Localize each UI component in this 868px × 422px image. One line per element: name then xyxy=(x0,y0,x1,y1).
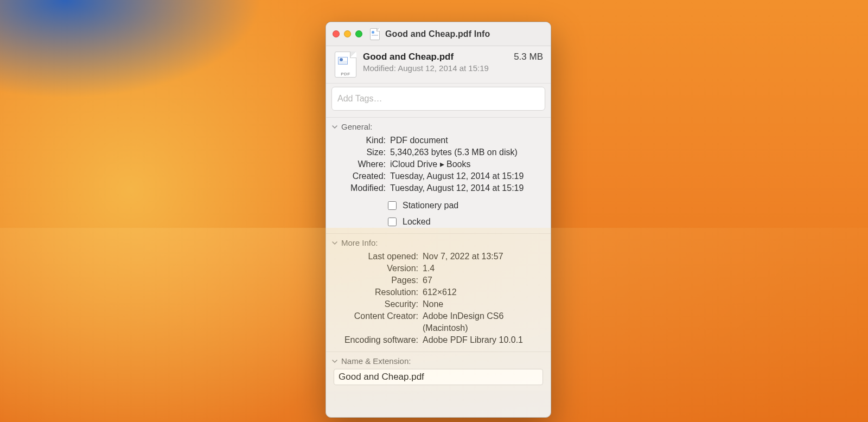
encoding-value: Adobe PDF Library 10.0.1 xyxy=(423,334,545,346)
more-info-rows: Last opened: Nov 7, 2022 at 13:57 Versio… xyxy=(331,251,545,346)
general-checkboxes: Stationery pad Locked xyxy=(331,200,545,228)
locked-row[interactable]: Locked xyxy=(386,216,545,228)
created-value: Tuesday, August 12, 2014 at 15:19 xyxy=(390,170,545,182)
version-value: 1.4 xyxy=(423,263,545,274)
more-info-header[interactable]: More Info: xyxy=(331,237,545,251)
stationery-row[interactable]: Stationery pad xyxy=(386,200,545,212)
general-title: General: xyxy=(341,122,373,131)
file-icon: PDF xyxy=(334,52,358,78)
kind-value: PDF document xyxy=(390,135,545,146)
content-creator-label: Content Creator: xyxy=(331,310,418,334)
more-info-section: More Info: Last opened: Nov 7, 2022 at 1… xyxy=(326,234,551,352)
chevron-down-icon xyxy=(331,124,338,130)
window-controls xyxy=(333,30,362,37)
locked-label: Locked xyxy=(403,217,431,227)
resolution-label: Resolution: xyxy=(331,286,418,298)
size-value: 5,340,263 bytes (5.3 MB on disk) xyxy=(390,146,545,158)
name-extension-title: Name & Extension: xyxy=(341,356,411,366)
general-section: General: Kind: PDF document Size: 5,340,… xyxy=(326,118,551,234)
kind-label: Kind: xyxy=(336,135,386,146)
titlebar[interactable]: Good and Cheap.pdf Info xyxy=(326,22,551,46)
file-icon-badge: PDF xyxy=(334,72,358,76)
modified-value: Tuesday, August 12, 2014 at 15:19 xyxy=(390,182,545,194)
security-label: Security: xyxy=(331,298,418,310)
locked-checkbox[interactable] xyxy=(388,218,397,226)
title-file-icon xyxy=(370,28,380,40)
desktop-background: Good and Cheap.pdf Info PDF Good and Che… xyxy=(0,0,868,422)
resolution-value: 612×612 xyxy=(423,286,545,298)
get-info-window: Good and Cheap.pdf Info PDF Good and Che… xyxy=(326,22,551,418)
modified-label: Modified: xyxy=(336,182,386,194)
last-opened-value: Nov 7, 2022 at 13:57 xyxy=(423,251,545,263)
general-header[interactable]: General: xyxy=(331,121,545,135)
general-rows: Kind: PDF document Size: 5,340,263 bytes… xyxy=(331,135,545,194)
file-name: Good and Cheap.pdf xyxy=(363,52,454,62)
version-label: Version: xyxy=(331,263,418,274)
summary-modified: Modified: August 12, 2014 at 15:19 xyxy=(363,63,543,73)
encoding-label: Encoding software: xyxy=(331,334,418,346)
pages-label: Pages: xyxy=(331,274,418,286)
close-button[interactable] xyxy=(333,30,340,37)
tags-section xyxy=(326,84,551,118)
file-size: 5.3 MB xyxy=(514,52,543,62)
summary-section: PDF Good and Cheap.pdf 5.3 MB Modified: … xyxy=(326,46,551,84)
more-info-title: More Info: xyxy=(341,238,378,247)
created-label: Created: xyxy=(336,170,386,182)
last-opened-label: Last opened: xyxy=(331,251,418,263)
summary-modified-value: August 12, 2014 at 15:19 xyxy=(398,63,489,73)
security-value: None xyxy=(423,298,545,310)
where-label: Where: xyxy=(336,158,386,170)
chevron-down-icon xyxy=(331,358,338,365)
filename-input[interactable] xyxy=(334,369,543,385)
summary-modified-label: Modified: xyxy=(363,63,396,73)
stationery-checkbox[interactable] xyxy=(388,201,397,210)
where-value: iCloud Drive ▸ Books xyxy=(390,158,545,170)
zoom-button[interactable] xyxy=(355,30,362,37)
content-creator-value: Adobe InDesign CS6 (Macintosh) xyxy=(423,310,545,334)
name-extension-section: Name & Extension: xyxy=(326,352,551,391)
stationery-label: Stationery pad xyxy=(403,201,458,210)
size-label: Size: xyxy=(336,146,386,158)
tags-input[interactable] xyxy=(331,87,545,111)
summary-text: Good and Cheap.pdf 5.3 MB Modified: Augu… xyxy=(363,52,543,78)
chevron-down-icon xyxy=(331,240,338,246)
pages-value: 67 xyxy=(423,274,545,286)
minimize-button[interactable] xyxy=(344,30,351,37)
name-extension-header[interactable]: Name & Extension: xyxy=(331,355,545,369)
window-title: Good and Cheap.pdf Info xyxy=(385,29,490,39)
